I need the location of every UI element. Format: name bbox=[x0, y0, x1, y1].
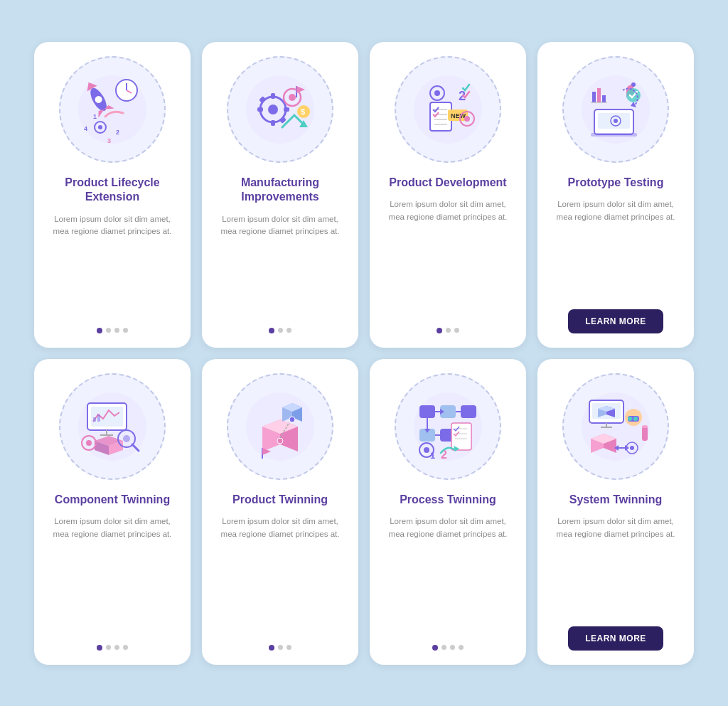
card-title: System Twinning bbox=[569, 493, 662, 508]
learn-more-button-2[interactable]: LEARN MORE bbox=[568, 626, 663, 651]
svg-text:NEW: NEW bbox=[451, 112, 466, 119]
card-manufacturing: $ Manufacturing Improvements Lorem ipsum… bbox=[202, 42, 358, 348]
dot-1 bbox=[269, 328, 274, 333]
dot-2 bbox=[278, 328, 283, 333]
svg-point-69 bbox=[86, 440, 92, 446]
card-desc: Lorem ipsum dolor sit dim amet, mea regi… bbox=[549, 515, 682, 540]
card-product-dev: NEW 2 Product Development Lorem ipsum do… bbox=[370, 42, 526, 348]
svg-point-49 bbox=[614, 119, 618, 123]
prototype-icon bbox=[577, 70, 655, 149]
pagination-dots bbox=[269, 645, 291, 651]
svg-point-118 bbox=[633, 417, 638, 421]
process-twinning-icon: 2 1 bbox=[409, 387, 487, 466]
svg-rect-119 bbox=[642, 427, 648, 441]
dot-3 bbox=[287, 328, 291, 333]
svg-rect-85 bbox=[419, 405, 435, 418]
svg-text:3: 3 bbox=[107, 137, 111, 144]
svg-point-43 bbox=[464, 116, 470, 122]
svg-rect-18 bbox=[271, 93, 275, 99]
dot-3 bbox=[454, 328, 459, 333]
dot-2 bbox=[446, 328, 451, 333]
dot-3 bbox=[114, 328, 119, 333]
card-icon-area: NEW 2 bbox=[395, 56, 501, 163]
card-product-lifecycle: 1 2 3 4 Product Lifecycle Extension Lore… bbox=[34, 42, 191, 348]
dot-4 bbox=[123, 645, 128, 650]
manufacturing-icon: $ bbox=[241, 70, 319, 149]
dot-4 bbox=[123, 328, 128, 333]
svg-rect-53 bbox=[602, 95, 606, 102]
svg-rect-19 bbox=[271, 120, 275, 126]
dot-1 bbox=[269, 645, 274, 651]
pagination-dots bbox=[97, 328, 128, 333]
learn-more-button[interactable]: LEARN MORE bbox=[568, 309, 663, 333]
card-prototype: Prototype Testing Lorem ipsum dolor sit … bbox=[537, 42, 694, 348]
svg-rect-98 bbox=[451, 423, 471, 450]
dot-1 bbox=[97, 645, 102, 651]
card-title: Manufacturing Improvements bbox=[213, 176, 347, 205]
svg-point-25 bbox=[289, 94, 296, 101]
card-system-twinning: System Twinning Lorem ipsum dolor sit di… bbox=[537, 359, 694, 665]
lifecycle-icon: 1 2 3 4 bbox=[73, 70, 151, 149]
pagination-dots bbox=[97, 645, 128, 651]
card-desc: Lorem ipsum dolor sit dim amet, mea regi… bbox=[46, 515, 179, 540]
svg-text:4: 4 bbox=[84, 125, 87, 132]
svg-point-80 bbox=[289, 417, 295, 422]
svg-point-66 bbox=[123, 435, 130, 442]
card-title: Product Lifecycle Extension bbox=[46, 176, 179, 205]
card-icon-area: 1 2 3 4 bbox=[59, 56, 166, 163]
card-icon-area: $ bbox=[227, 56, 333, 163]
dot-1 bbox=[97, 328, 102, 333]
svg-rect-47 bbox=[591, 133, 637, 137]
svg-point-127 bbox=[630, 446, 634, 450]
card-title: Product Twinning bbox=[232, 493, 328, 508]
svg-rect-52 bbox=[597, 88, 601, 102]
dot-2 bbox=[106, 328, 111, 333]
svg-point-50 bbox=[631, 82, 636, 87]
svg-point-120 bbox=[642, 425, 648, 428]
card-title: Product Development bbox=[389, 176, 506, 191]
system-twinning-icon bbox=[577, 387, 655, 466]
svg-point-10 bbox=[98, 125, 102, 129]
product-dev-icon: NEW 2 bbox=[409, 70, 487, 149]
card-title: Component Twinning bbox=[55, 493, 170, 508]
dot-2 bbox=[441, 645, 446, 650]
svg-point-40 bbox=[434, 90, 440, 96]
svg-point-103 bbox=[424, 447, 429, 453]
svg-rect-20 bbox=[257, 107, 263, 112]
svg-point-79 bbox=[277, 438, 283, 444]
card-desc: Lorem ipsum dolor sit dim amet, mea regi… bbox=[213, 213, 347, 238]
card-icon-area bbox=[562, 56, 669, 163]
dot-2 bbox=[106, 645, 111, 650]
svg-point-117 bbox=[628, 417, 632, 421]
dot-3 bbox=[287, 645, 291, 650]
svg-text:1: 1 bbox=[430, 450, 435, 461]
dot-4 bbox=[459, 645, 464, 650]
svg-rect-60 bbox=[93, 417, 96, 422]
svg-rect-51 bbox=[592, 92, 596, 102]
dot-1 bbox=[437, 328, 442, 333]
cards-grid: 1 2 3 4 Product Lifecycle Extension Lore… bbox=[34, 42, 694, 665]
pagination-dots bbox=[437, 328, 459, 333]
pagination-dots bbox=[432, 645, 464, 651]
svg-text:$: $ bbox=[301, 107, 305, 116]
card-desc: Lorem ipsum dolor sit dim amet, mea regi… bbox=[381, 198, 515, 223]
dot-1 bbox=[432, 645, 438, 651]
dot-3 bbox=[114, 645, 119, 650]
card-desc: Lorem ipsum dolor sit dim amet, mea regi… bbox=[213, 515, 347, 540]
svg-rect-61 bbox=[97, 414, 100, 422]
svg-text:2: 2 bbox=[116, 129, 119, 136]
card-desc: Lorem ipsum dolor sit dim amet, mea regi… bbox=[549, 198, 682, 223]
card-desc: Lorem ipsum dolor sit dim amet, mea regi… bbox=[46, 213, 179, 238]
dot-3 bbox=[450, 645, 455, 650]
card-title: Prototype Testing bbox=[568, 176, 664, 191]
card-title: Process Twinning bbox=[400, 493, 496, 508]
svg-text:1: 1 bbox=[93, 113, 97, 120]
card-component-twinning: Component Twinning Lorem ipsum dolor sit… bbox=[34, 359, 191, 665]
card-process-twinning: 2 1 Process Twinning Lorem ipsum dolor s… bbox=[370, 359, 526, 665]
component-twinning-icon bbox=[73, 387, 151, 466]
pagination-dots bbox=[269, 328, 291, 333]
card-icon-area: 2 1 bbox=[395, 373, 501, 480]
svg-rect-21 bbox=[284, 107, 289, 112]
card-product-twinning: Product Twinning Lorem ipsum dolor sit d… bbox=[202, 359, 358, 665]
svg-point-17 bbox=[268, 105, 278, 114]
